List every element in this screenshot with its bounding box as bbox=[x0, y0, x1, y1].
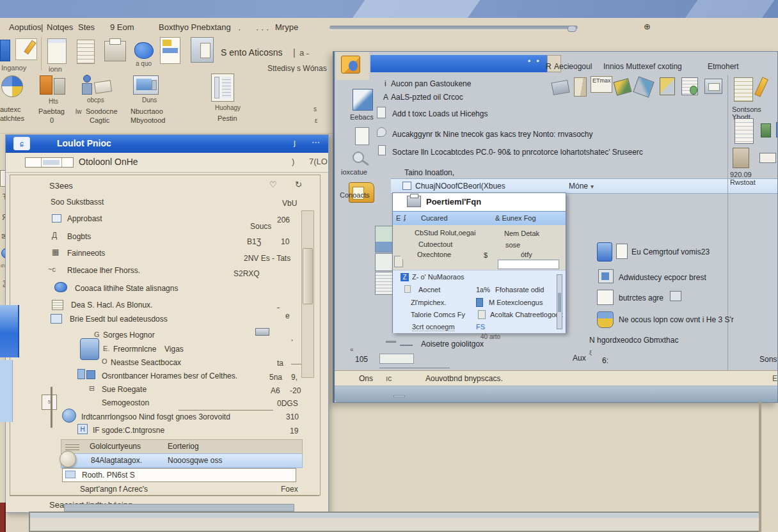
selected-account-row[interactable]: 84Alagtatagox. Nooosgqwe oss bbox=[61, 453, 303, 468]
dd-lower-item[interactable]: Aocnet bbox=[418, 286, 440, 293]
list-item[interactable]: Fainneeots bbox=[67, 249, 105, 258]
window-control-dots[interactable]: • • bbox=[528, 57, 541, 66]
green-eraser-icon[interactable] bbox=[761, 123, 771, 137]
doc-stack-icon[interactable] bbox=[734, 77, 753, 102]
ribbon-g4-label1[interactable]: Nbucrtaoo bbox=[131, 107, 163, 115]
dd-lower-item[interactable]: Zl'mpichex. bbox=[411, 299, 446, 306]
sidebar-label[interactable]: Eebacs bbox=[350, 113, 374, 121]
menu-item[interactable]: Mrype bbox=[275, 22, 298, 32]
list-item[interactable]: Cooaca lithihe State alisnagns bbox=[75, 284, 178, 293]
dialog-scrollbar[interactable] bbox=[301, 210, 314, 378]
card-icon[interactable] bbox=[681, 77, 698, 95]
shield-pen-icon[interactable] bbox=[660, 77, 675, 95]
person-stamp-icon[interactable] bbox=[733, 148, 749, 168]
sidebar-cube-icon[interactable] bbox=[353, 89, 373, 111]
pencil-orange-icon[interactable] bbox=[754, 77, 768, 97]
stamp-icon[interactable] bbox=[551, 80, 569, 95]
colored-doc-icon[interactable] bbox=[160, 37, 180, 64]
checklist-item[interactable]: Aucon pan Gastoukene bbox=[391, 79, 471, 88]
notes-icon[interactable]: ETmax bbox=[591, 76, 612, 93]
cabinet-icon[interactable] bbox=[211, 74, 234, 102]
minimize-icon[interactable]: ȷ bbox=[294, 137, 296, 147]
list-item[interactable]: Soo Sukstbasst bbox=[51, 198, 104, 207]
dd-row-label[interactable]: CbStud Rolut,oegai bbox=[415, 229, 475, 237]
ribbon-g2-label1[interactable]: Paebtag bbox=[38, 107, 65, 115]
settings-accounts-label[interactable]: Saprt'angn f Acrec's bbox=[80, 485, 148, 494]
printer-small-icon[interactable] bbox=[255, 328, 269, 336]
list-item[interactable]: Freormnlcne bbox=[113, 345, 156, 354]
checklist-item[interactable]: Add t toxc Loads ut Hicehgs bbox=[392, 109, 488, 118]
list-item[interactable]: Sue Roegate bbox=[102, 385, 147, 394]
maximize-icon[interactable]: ⋯ bbox=[312, 137, 320, 147]
panel-list-item[interactable]: Eu Cemgrtouf vomis23 bbox=[631, 247, 710, 256]
folder-open-icon[interactable] bbox=[574, 77, 587, 97]
dialog-scrollbar-thumb[interactable] bbox=[303, 248, 313, 304]
ribbon-g3-label1[interactable]: Soodocne bbox=[86, 107, 118, 115]
dropdown-selected-row[interactable]: E ʄ Cucared & Eunex Fog bbox=[393, 211, 566, 226]
scissors-icon[interactable] bbox=[633, 76, 654, 97]
gear-icon[interactable]: ⊕ bbox=[644, 22, 651, 31]
collection-bar[interactable]: Gololcurtyeuns Eorteriog bbox=[61, 439, 303, 455]
monitor-icon[interactable] bbox=[133, 75, 159, 95]
dd-row-label[interactable]: Cutoectout bbox=[418, 240, 452, 248]
list-item[interactable]: Brie Esedt bul eadeteusdoss bbox=[70, 315, 168, 324]
adjust-settings-label[interactable]: Aoisetre goiolitgox bbox=[421, 340, 484, 348]
dd-lower-item[interactable]: 3crt ocnoegm bbox=[412, 323, 455, 331]
menu-item[interactable]: Notqes bbox=[47, 22, 73, 32]
list-item[interactable]: Neastse Seactbocax bbox=[111, 358, 181, 367]
ribbon-g5-label1[interactable]: Pestin bbox=[218, 114, 237, 122]
blue-blob-icon[interactable] bbox=[134, 42, 154, 59]
dd-row-label[interactable]: Oxechtone bbox=[417, 251, 451, 258]
secondary-titlebar[interactable]: • • bbox=[370, 55, 547, 72]
dd-lower-item[interactable]: Z- o' NuMaoraos bbox=[412, 273, 464, 281]
dropdown-scrollbar-thumb[interactable] bbox=[558, 293, 561, 312]
list-item[interactable]: Approbast bbox=[67, 214, 102, 223]
edit-pencil-icon[interactable] bbox=[15, 38, 37, 60]
menu-item[interactable]: Boxthyo Pnebxtang bbox=[159, 22, 231, 32]
printer-icon[interactable] bbox=[104, 41, 126, 61]
framed-doc-icon[interactable] bbox=[734, 118, 754, 144]
flag-tools-icon[interactable] bbox=[614, 78, 632, 95]
tray-icon[interactable] bbox=[759, 153, 776, 163]
dd-lower-item[interactable]: Talorie Comcs Fy bbox=[411, 311, 465, 318]
orange-box-icon[interactable] bbox=[40, 75, 52, 95]
panel-list-item[interactable]: Adwidustecy ecpocr brest bbox=[619, 273, 706, 282]
document-grid-icon[interactable] bbox=[47, 38, 67, 64]
list-item[interactable]: Rtlecaoe lher Fhorss. bbox=[67, 266, 140, 275]
window-preview-icon[interactable] bbox=[191, 37, 214, 63]
top-slider[interactable] bbox=[329, 26, 578, 29]
pinwheel-ball-icon[interactable] bbox=[1, 75, 23, 97]
rw-menu-item[interactable]: Etmohert bbox=[708, 62, 739, 71]
rw-menu-item[interactable]: Aecieogoul bbox=[554, 62, 592, 71]
list-item[interactable]: Osrontbancer Horames besr of Celthes. bbox=[102, 372, 237, 380]
list-item[interactable]: Irdtcanrrlongsoo Nind fosgt gnoes 3orovo… bbox=[81, 412, 230, 421]
printer-select-control[interactable] bbox=[25, 157, 74, 168]
dialog-titlebar[interactable]: ɕ Loulot Pnioc ȷ ⋯ bbox=[6, 135, 328, 153]
send-attachments-label[interactable]: S ento Aticosns bbox=[221, 47, 283, 58]
clipboard-icon[interactable] bbox=[704, 79, 722, 94]
menu-item[interactable]: Aoputios bbox=[9, 22, 42, 32]
name-input[interactable]: Rooth. PN6st S bbox=[62, 468, 296, 482]
sidebar-label[interactable]: Conoacts bbox=[340, 191, 369, 199]
panel-list-item[interactable]: Ne ocous lopn cow ovnt i He 3 S'r bbox=[619, 315, 734, 324]
more-dropdown[interactable]: Móne bbox=[569, 182, 588, 191]
panel-list-item[interactable]: N hgordxeodco Gbmxthac bbox=[589, 336, 678, 345]
dropdown-scrollbar[interactable] bbox=[557, 274, 562, 329]
new-item-icon[interactable] bbox=[0, 40, 10, 61]
list-item[interactable]: Sorges Hognor bbox=[103, 331, 155, 340]
checklist-item[interactable]: AaLS-pzted oil Crcoc bbox=[391, 93, 463, 102]
list-item[interactable]: Bogbts bbox=[67, 232, 91, 241]
menu-item[interactable]: Stes bbox=[78, 22, 95, 32]
panel-list-item[interactable]: butrctes agre bbox=[619, 293, 663, 302]
heart-icon[interactable]: ♡ bbox=[269, 180, 277, 189]
checklist-item[interactable]: Aucakggynr tk Nine tnecok gas kacs trey … bbox=[392, 130, 592, 139]
dd-input[interactable] bbox=[498, 260, 559, 269]
menu-item[interactable]: 9 Eom bbox=[110, 22, 134, 32]
satchel-icon[interactable] bbox=[94, 80, 112, 93]
list-item[interactable]: Dea S. Hacl. As Blonux. bbox=[71, 301, 152, 309]
top-slider-knob[interactable] bbox=[568, 26, 576, 32]
sidebar-doc-icon[interactable] bbox=[355, 127, 369, 145]
list-item[interactable]: Semogeoston bbox=[102, 398, 149, 407]
rw-menu-item[interactable]: Innios Muttexef cxoting bbox=[603, 62, 682, 71]
address-field-bar[interactable]: ChuajNOoofCBeorl(Xbues Móne ▾ bbox=[391, 178, 778, 194]
